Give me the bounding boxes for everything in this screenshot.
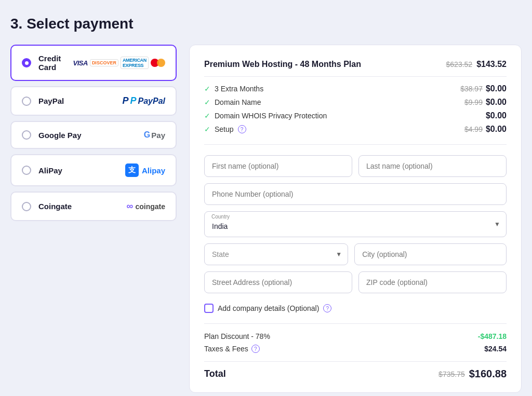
setup-help-icon[interactable]: ?: [238, 125, 246, 133]
radio-google-pay: [22, 130, 31, 140]
total-price-old: $735.75: [438, 370, 465, 378]
total-price-new: $160.88: [469, 368, 507, 380]
plan-item-extra-months: ✓ 3 Extra Months $38.97 $0.00: [204, 84, 507, 93]
order-summary: Plan Discount - 78% -$487.18 Taxes & Fee…: [204, 323, 507, 380]
coingate-label: Coingate: [38, 202, 119, 211]
taxes-row: Taxes & Fees ? $24.54: [204, 345, 507, 353]
discount-value: -$487.18: [478, 332, 507, 340]
item-price-old-domain: $9.99: [464, 98, 483, 106]
phone-field[interactable]: [204, 183, 507, 205]
payment-method-credit-card[interactable]: Credit Card VISA DISCOVER AMERICANEXPRES…: [10, 45, 177, 81]
visa-logo: VISA: [73, 59, 88, 67]
company-label: Add company details (Optional): [218, 304, 319, 312]
street-field[interactable]: [204, 271, 352, 293]
address-zip-row: [204, 271, 507, 293]
coingate-text: coingate: [135, 202, 165, 211]
check-icon: ✓: [204, 85, 210, 93]
country-select-wrap: Country India United States United Kingd…: [204, 211, 507, 237]
item-price-new-extra-months: $0.00: [486, 84, 507, 93]
radio-credit-card: [22, 58, 31, 67]
alipay-text: Alipay: [142, 166, 165, 175]
country-select[interactable]: India United States United Kingdom: [204, 211, 507, 237]
plan-item-whois: ✓ Domain WHOIS Privacy Protection $0.00: [204, 111, 507, 120]
plan-item-setup: ✓ Setup ? $4.99 $0.00: [204, 125, 507, 134]
item-price-old-extra-months: $38.97: [460, 85, 483, 93]
country-label: Country: [211, 214, 230, 220]
payment-method-paypal[interactable]: PayPal P P PayPal: [10, 86, 177, 116]
plan-prices: $623.52 $143.52: [446, 60, 507, 69]
plan-header: Premium Web Hosting - 48 Months Plan $62…: [204, 60, 507, 77]
credit-card-logos: VISA DISCOVER AMERICANEXPRESS: [73, 57, 165, 69]
total-row: Total $735.75 $160.88: [204, 361, 507, 380]
state-city-row: State ▼: [204, 243, 507, 265]
payment-methods-panel: Credit Card VISA DISCOVER AMERICANEXPRES…: [10, 45, 177, 221]
item-label-setup: Setup: [215, 125, 234, 133]
taxes-value: $24.54: [484, 345, 507, 353]
item-label-extra-months: 3 Extra Months: [215, 85, 263, 93]
item-price-new-domain: $0.00: [486, 98, 507, 107]
payment-method-alipay[interactable]: AliPay 支 Alipay: [10, 154, 177, 186]
total-label: Total: [204, 368, 226, 379]
plan-name: Premium Web Hosting - 48 Months Plan: [204, 60, 361, 69]
radio-coingate: [22, 202, 31, 211]
main-layout: Credit Card VISA DISCOVER AMERICANEXPRES…: [10, 45, 522, 393]
google-pay-label: Google Pay: [38, 131, 137, 140]
credit-card-label: Credit Card: [38, 54, 66, 72]
order-panel: Premium Web Hosting - 48 Months Plan $62…: [189, 45, 522, 393]
taxes-label: Taxes & Fees ?: [204, 345, 260, 353]
check-icon-setup: ✓: [204, 125, 210, 133]
plan-items: ✓ 3 Extra Months $38.97 $0.00 ✓ Domain N…: [204, 84, 507, 145]
plan-price-new: $143.52: [476, 60, 507, 69]
google-pay-logo: G Pay: [144, 130, 165, 140]
check-icon-whois: ✓: [204, 112, 210, 120]
first-name-field[interactable]: [204, 155, 352, 177]
radio-alipay: [22, 166, 31, 175]
paypal-logo: P P PayPal: [122, 95, 165, 106]
discover-logo: DISCOVER: [90, 59, 118, 66]
city-field[interactable]: [354, 243, 507, 265]
name-row: [204, 155, 507, 177]
company-checkbox[interactable]: [204, 304, 214, 313]
mastercard-logo: [151, 58, 165, 67]
company-help-icon[interactable]: ?: [323, 304, 331, 312]
item-price-new-setup: $0.00: [486, 125, 507, 134]
coingate-logo: ∞ coingate: [127, 201, 165, 212]
state-select-wrap: State ▼: [204, 243, 348, 265]
last-name-field[interactable]: [358, 155, 507, 177]
check-icon-domain: ✓: [204, 98, 210, 106]
discount-label: Plan Discount - 78%: [204, 332, 270, 340]
alipay-logo: 支 Alipay: [125, 163, 165, 177]
zip-field[interactable]: [358, 271, 507, 293]
discount-row: Plan Discount - 78% -$487.18: [204, 332, 507, 340]
alipay-icon: 支: [125, 163, 139, 177]
page-title: 3. Select payment: [10, 16, 522, 32]
coingate-icon: ∞: [127, 201, 134, 212]
item-label-whois: Domain WHOIS Privacy Protection: [215, 112, 327, 120]
billing-form: Country India United States United Kingd…: [204, 155, 507, 293]
plan-item-domain: ✓ Domain Name $9.99 $0.00: [204, 98, 507, 107]
paypal-label: PayPal: [38, 97, 115, 105]
item-price-old-setup: $4.99: [464, 125, 483, 133]
item-label-domain: Domain Name: [215, 98, 261, 106]
radio-paypal: [22, 97, 31, 106]
amex-logo: AMERICANEXPRESS: [121, 57, 149, 69]
payment-method-coingate[interactable]: Coingate ∞ coingate: [10, 192, 177, 221]
plan-price-old: $623.52: [446, 60, 473, 69]
payment-method-google-pay[interactable]: Google Pay G Pay: [10, 121, 177, 149]
item-price-new-whois: $0.00: [486, 111, 507, 120]
company-row: Add company details (Optional) ?: [204, 304, 507, 313]
alipay-label: AliPay: [38, 166, 118, 175]
state-select[interactable]: State: [204, 243, 348, 265]
taxes-help-icon[interactable]: ?: [251, 345, 260, 353]
